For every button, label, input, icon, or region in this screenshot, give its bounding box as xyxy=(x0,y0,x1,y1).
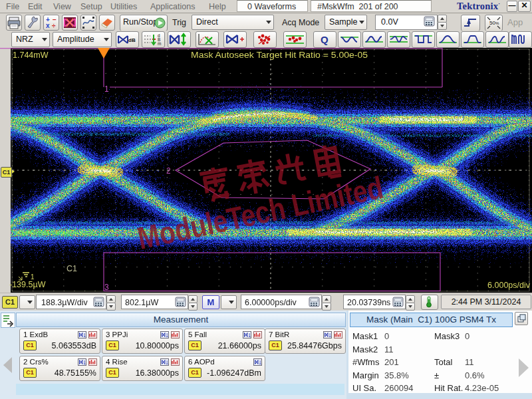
svg-text:50%: 50% xyxy=(489,20,499,26)
svg-text:x: x xyxy=(46,22,50,29)
svg-text:Mask Autoseek Target Hit Ratio: Mask Autoseek Target Hit Ratio = 5.00e-0… xyxy=(191,51,368,60)
svg-text:Q: Q xyxy=(321,34,329,45)
svg-text:1: 1 xyxy=(31,273,35,281)
svg-text:-139.5µW: -139.5µW xyxy=(9,280,46,289)
svg-text:1.744mW: 1.744mW xyxy=(13,51,49,60)
svg-text:dB: dB xyxy=(128,37,136,43)
svg-text:m: m xyxy=(158,41,161,46)
svg-text:2: 2 xyxy=(166,166,171,176)
svg-text:3: 3 xyxy=(104,283,109,292)
svg-text:6.000ps/div: 6.000ps/div xyxy=(487,281,531,290)
svg-text:÷: ÷ xyxy=(52,22,56,29)
svg-text:1: 1 xyxy=(104,84,109,94)
svg-text:C1: C1 xyxy=(66,264,77,273)
